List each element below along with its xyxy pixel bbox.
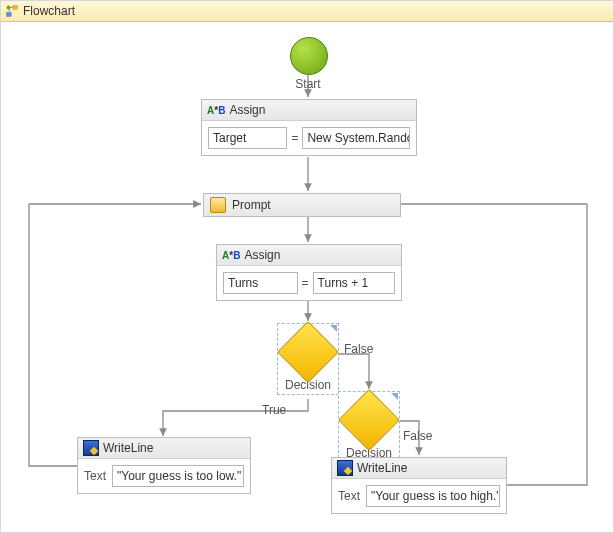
- equals-label: =: [302, 276, 309, 290]
- expand-corner-icon[interactable]: [330, 325, 337, 332]
- flowchart-title: Flowchart: [23, 4, 75, 18]
- writeline-icon: [337, 460, 353, 476]
- assign-value-field[interactable]: Turns + 1: [313, 272, 395, 294]
- prompt-activity[interactable]: Prompt: [203, 193, 401, 217]
- activity-title: Assign: [244, 248, 280, 262]
- svg-rect-1: [13, 6, 17, 10]
- branch-label-false: False: [403, 429, 432, 443]
- activity-title: Assign: [229, 103, 265, 117]
- flowchart-designer-canvas[interactable]: Flowchart Start A*B Assign: [0, 0, 614, 533]
- decision-node-2[interactable]: Decision: [338, 391, 400, 463]
- equals-label: =: [291, 131, 298, 145]
- assign-to-field[interactable]: Target: [208, 127, 287, 149]
- svg-point-0: [7, 6, 11, 10]
- activity-header: WriteLine: [332, 458, 506, 479]
- writeline-activity-high[interactable]: WriteLine Text "Your guess is too high.": [331, 457, 507, 514]
- assign-icon: A*B: [222, 250, 240, 261]
- start-node[interactable]: [290, 37, 328, 75]
- assign-value-field[interactable]: New System.Rando: [302, 127, 410, 149]
- property-label: Text: [338, 489, 360, 503]
- assign-activity-turns[interactable]: A*B Assign Turns = Turns + 1: [216, 244, 402, 301]
- assign-icon: A*B: [207, 105, 225, 116]
- svg-rect-2: [7, 13, 11, 17]
- activity-title: WriteLine: [103, 441, 153, 455]
- assign-activity-target[interactable]: A*B Assign Target = New System.Rando: [201, 99, 417, 156]
- writeline-activity-low[interactable]: WriteLine Text "Your guess is too low.": [77, 437, 251, 494]
- start-label: Start: [278, 77, 338, 91]
- flowchart-header: Flowchart: [1, 1, 613, 22]
- branch-label-false: False: [344, 342, 373, 356]
- expand-corner-icon[interactable]: [391, 393, 398, 400]
- text-value-field[interactable]: "Your guess is too low.": [112, 465, 244, 487]
- decision-node-1[interactable]: Decision: [277, 323, 339, 395]
- property-label: Text: [84, 469, 106, 483]
- text-value-field[interactable]: "Your guess is too high.": [366, 485, 500, 507]
- assign-to-field[interactable]: Turns: [223, 272, 298, 294]
- activity-header: A*B Assign: [217, 245, 401, 266]
- activity-header: A*B Assign: [202, 100, 416, 121]
- activity-title: WriteLine: [357, 461, 407, 475]
- activity-title: Prompt: [232, 198, 271, 212]
- prompt-icon: [210, 197, 226, 213]
- activity-header: WriteLine: [78, 438, 250, 459]
- writeline-icon: [83, 440, 99, 456]
- flowchart-icon: [5, 4, 19, 18]
- branch-label-true: True: [262, 403, 286, 417]
